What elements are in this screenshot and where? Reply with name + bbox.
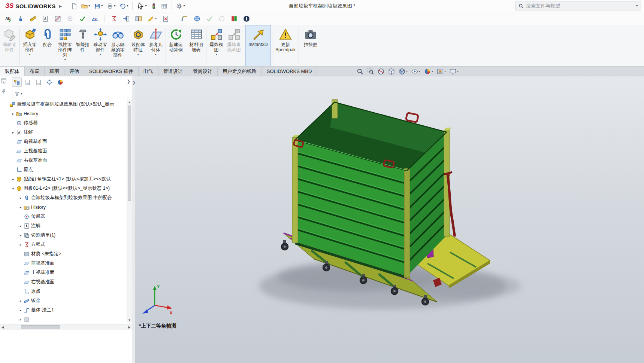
tree-item-history[interactable]: ▸History (0, 202, 127, 212)
reference-geometry-button[interactable]: 参考几 何体▾ (147, 25, 164, 66)
tree-horizontal-scrollbar[interactable]: ◀ ▶ (0, 324, 132, 330)
instant3d-button[interactable]: Instant3D (245, 25, 271, 66)
bill-of-materials-button[interactable]: 材料明 细表 (187, 25, 205, 66)
format-painter-button[interactable] (16, 14, 25, 23)
section-properties-button[interactable] (53, 14, 62, 23)
scroll-up-icon[interactable]: ▲ (127, 100, 132, 105)
spell-check-button[interactable] (4, 14, 13, 23)
comment-button[interactable] (41, 14, 50, 23)
new-file-button[interactable] (69, 2, 79, 10)
scroll-right-icon[interactable]: ▶ (127, 324, 132, 330)
tab-electrical[interactable]: 电气 (139, 67, 158, 76)
tree-item-right-plane[interactable]: 右视基准面 (0, 156, 127, 165)
view-settings-button[interactable]: ▾ (448, 67, 460, 76)
open-file-button[interactable]: ▾ (80, 2, 91, 10)
equations-button[interactable] (109, 14, 118, 23)
options-button[interactable]: ▾ (175, 2, 186, 10)
edit-appearance-button[interactable]: ▾ (423, 67, 434, 76)
tree-item-mates-in-assembly[interactable]: ▸自卸垃圾车框架到垃圾效果图 中的配合 (0, 193, 127, 202)
measure-button[interactable] (28, 14, 37, 23)
zoom-to-fit-button[interactable] (356, 67, 365, 76)
tree-item-material[interactable]: 材质 <未指定> (0, 249, 127, 259)
check-entity-button[interactable] (78, 14, 87, 23)
scroll-down-icon[interactable]: ▼ (127, 317, 132, 323)
tree-item-base-flange[interactable]: ▸基体-法兰1 (0, 305, 127, 315)
expand-arrow-icon[interactable]: ▸ (10, 112, 16, 116)
new-motion-study-button[interactable]: 新建运 动算例 (167, 25, 185, 66)
undo-button[interactable]: ▾ (118, 2, 130, 10)
file-properties-button[interactable] (160, 2, 169, 10)
reference-circle-button[interactable] (217, 14, 226, 23)
scroll-left-icon[interactable]: ◀ (0, 324, 5, 330)
import-button[interactable] (122, 14, 131, 23)
tree-item-origin[interactable]: 原点 (0, 287, 127, 296)
expand-arrow-icon[interactable]: ▸ (18, 205, 23, 209)
search-input[interactable]: 搜索文件与模型 ▾ (515, 1, 641, 10)
tree-item-annotations[interactable]: ▸注解 (0, 221, 127, 231)
menu-expand-icon[interactable]: ▶ (59, 4, 62, 8)
tab-sketch[interactable]: 草图 (45, 67, 64, 76)
take-snapshot-button[interactable]: 拍快照 (300, 25, 321, 66)
linear-pattern-button[interactable]: 线性零 部件阵 列▾ (56, 25, 74, 66)
tree-item-sensors[interactable]: 传感器 (0, 212, 127, 221)
tab-displaymanager[interactable] (55, 77, 65, 87)
vertical-scroll-thumb[interactable] (128, 106, 131, 201)
smart-fastener-button[interactable]: 智能扣 件 (74, 25, 91, 66)
routing-button[interactable] (180, 14, 189, 23)
tab-solidworks-mbd[interactable]: SOLIDWORKS MBD (262, 67, 317, 76)
edit-component-button[interactable]: 编辑零 部件 (1, 25, 18, 66)
sensor-button[interactable] (66, 14, 75, 23)
dock-panel-icon[interactable] (1, 78, 7, 84)
compare-documents-button[interactable] (134, 14, 143, 23)
sketch-button[interactable]: ▾ (146, 14, 158, 23)
tree-item-right-plane[interactable]: 右视基准面 (0, 277, 127, 287)
verify-button[interactable] (205, 14, 214, 23)
panel-splitter[interactable]: ❯ (132, 76, 135, 363)
tab-layout[interactable]: 布局 (25, 67, 45, 76)
expand-arrow-icon[interactable]: ▸ (18, 243, 23, 247)
update-speedpak-button[interactable]: 更新 Speedpak (273, 25, 297, 66)
tree-item-sensors[interactable]: 传感器 (0, 118, 127, 128)
zoom-to-area-button[interactable] (366, 67, 375, 76)
move-component-button[interactable]: 移动零 部件▾ (91, 25, 109, 66)
collapse-arrow-icon[interactable]: ▾ (10, 187, 16, 190)
section-view-button[interactable] (377, 67, 386, 76)
solidworks-logo[interactable]: ЗS SOLIDWORKS ▶ (3, 2, 64, 10)
explode-line-sketch-button[interactable]: 爆炸直 线草图 (225, 25, 243, 66)
show-hidden-components-button[interactable]: 显示隐 藏的零 部件 (109, 25, 127, 66)
tab-featuremanager-tree[interactable] (12, 77, 22, 87)
assembly-features-button[interactable]: 装配体 特征▾ (129, 25, 147, 66)
tree-item-root-assembly[interactable]: 自卸垃圾车框架到垃圾效果图 (默认<默认_显示 (0, 100, 127, 109)
tab-assembly[interactable]: 装配体 (0, 67, 25, 76)
tree-item-equations[interactable]: ▸方程式 (0, 240, 127, 249)
tree-item-annotations[interactable]: ▸注解 (0, 128, 127, 137)
tree-item-component-fixed[interactable]: ▸(固定) 角钢立柱<1> (默认<按加工><<默认 (0, 174, 127, 184)
tab-piping[interactable]: 管道设计 (158, 67, 188, 76)
tree-item-cut-list[interactable]: ▸切割清单(1) (0, 231, 127, 240)
tree-item-sheet-metal[interactable]: ▸钣金 (0, 296, 127, 305)
save-button[interactable]: ▾ (93, 2, 104, 10)
expand-arrow-icon[interactable]: ▸ (10, 131, 16, 134)
tree-item-history[interactable]: ▸History (0, 109, 127, 118)
expand-arrow-icon[interactable]: ▸ (18, 299, 23, 303)
mate-button[interactable]: 配合 (39, 25, 56, 66)
expand-arrow-icon[interactable]: ▸ (18, 224, 23, 228)
pin-panel-icon[interactable] (1, 88, 7, 94)
tree-item-clipped[interactable]: ▸ (0, 315, 127, 323)
tree-item-origin[interactable]: 原点 (0, 165, 127, 174)
expand-arrow-icon[interactable]: ▸ (18, 196, 23, 200)
tab-user-defined-routes[interactable]: 用户定义的线路 (218, 67, 262, 76)
tab-solidworks-addins[interactable]: SOLIDWORKS 插件 (84, 67, 139, 76)
print-button[interactable]: ▾ (105, 2, 117, 10)
tree-item-front-plane[interactable]: 前视基准面 (0, 259, 127, 268)
web-button[interactable] (193, 14, 202, 23)
tree-filter-input[interactable]: ▾ (12, 90, 128, 98)
hide-show-items-button[interactable]: ▾ (410, 67, 421, 76)
pmi-flag-button[interactable] (230, 14, 239, 23)
expand-arrow-icon[interactable]: ▸ (18, 318, 23, 321)
exploded-view-button[interactable]: 爆炸视 图▾ (208, 25, 225, 66)
motion-compass-button[interactable] (242, 14, 251, 23)
panel-collapse-button[interactable]: ❯ (127, 79, 130, 84)
tree-item-front-plane[interactable]: 前视基准面 (0, 137, 127, 146)
graphics-viewport[interactable]: Y X *上下二等角轴测 (135, 76, 644, 363)
